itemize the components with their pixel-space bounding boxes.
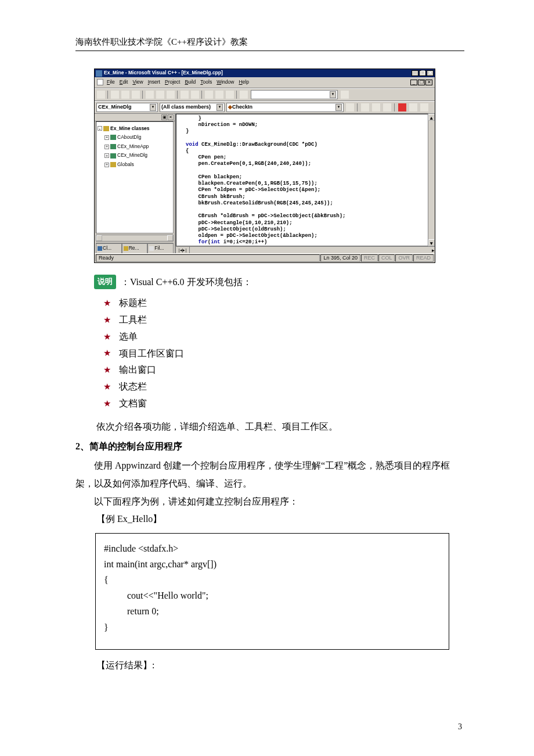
class-icon	[110, 153, 116, 159]
class-icon	[110, 135, 116, 140]
editor-pane: } nDirection = nDOWN; } void CEx_MineDlg…	[176, 114, 435, 253]
status-bar: Ready Ln 395, Col 20 RECCOLOVRREAD	[95, 253, 435, 262]
menu-file[interactable]: File	[104, 78, 117, 85]
list-item: ★工具栏	[103, 312, 464, 329]
execute-icon[interactable]	[420, 103, 429, 112]
code-line: return 0;	[104, 603, 441, 619]
save-icon[interactable]	[121, 90, 130, 99]
function-combo[interactable]: ◆ CheckIn▼	[226, 103, 344, 112]
menu-edit[interactable]: Edit	[117, 78, 131, 85]
class-tree[interactable]: -Ex_Mine classes +CAboutDlg+CEx_MineApp+…	[96, 121, 174, 233]
ws-close-icon[interactable]: ✕	[168, 114, 174, 120]
star-bullet-icon: ★	[103, 329, 111, 345]
paragraph-1: 使用 Appwinzard 创建一个控制台应用程序，使学生理解“工程”概念，熟悉…	[75, 456, 464, 492]
workspace-tab[interactable]: Cl...	[96, 243, 122, 253]
tree-node[interactable]: +CAboutDlg	[98, 133, 172, 142]
code-example: #include <stdafx.h> int main(int argc,ch…	[95, 533, 449, 650]
menu-bar: FileEditViewInsertProjectBuildToolsWindo…	[95, 77, 435, 88]
tree-node[interactable]: +CEx_MineApp	[98, 142, 172, 152]
find-icon[interactable]	[340, 90, 349, 99]
example-label: 【例 Ex_Hello】	[96, 510, 464, 528]
window-title: Ex_Mine - Microsoft Visual C++ - [Ex_Min…	[104, 69, 223, 77]
close-button[interactable]: ✕	[427, 70, 434, 76]
editor-vertical-scrollbar[interactable]: ▲▼	[428, 114, 435, 246]
copy-icon[interactable]	[156, 90, 165, 99]
open-icon[interactable]	[110, 90, 120, 99]
list-item: ★选单	[103, 329, 464, 345]
folder-icon	[110, 162, 116, 167]
save-all-icon[interactable]	[131, 90, 140, 99]
star-bullet-icon: ★	[103, 312, 111, 328]
wiz2-icon[interactable]	[371, 103, 381, 112]
star-bullet-icon: ★	[103, 296, 111, 311]
status-ready: Ready	[96, 254, 320, 262]
mdi-maximize-button[interactable]: ❐	[418, 80, 425, 85]
tab-icon	[149, 246, 154, 251]
list-item: ★输出窗口	[103, 362, 464, 379]
menu-project[interactable]: Project	[163, 78, 182, 85]
ide-title-bar: Ex_Mine - Microsoft Visual C++ - [Ex_Min…	[95, 69, 435, 77]
wiz1-icon[interactable]	[360, 103, 370, 112]
tree-node[interactable]: +Globals	[98, 160, 172, 170]
page-number: 3	[75, 721, 462, 733]
workspace-icon[interactable]	[204, 90, 214, 99]
cut-icon[interactable]	[145, 90, 154, 99]
status-position: Ln 395, Col 20	[320, 254, 360, 262]
list-item: ★文档窗	[103, 395, 464, 412]
note-badge: 说明	[94, 275, 116, 289]
ws-dock-icon[interactable]: ▣	[161, 114, 167, 120]
build-icon[interactable]	[398, 103, 407, 112]
star-bullet-icon: ★	[103, 379, 111, 395]
star-bullet-icon: ★	[103, 345, 111, 361]
status-indicator: OVR	[395, 254, 413, 262]
new-icon[interactable]	[96, 90, 106, 99]
class-icon	[110, 144, 116, 149]
menu-window[interactable]: Window	[214, 78, 236, 85]
maximize-button[interactable]: ❐	[419, 70, 426, 76]
code-editor[interactable]: } nDirection = nDOWN; } void CEx_MineDlg…	[176, 114, 435, 246]
stop-icon[interactable]	[409, 103, 418, 112]
paragraph-2: 以下面程序为例，讲述如何建立控制台应用程序：	[75, 492, 464, 510]
star-bullet-icon: ★	[103, 396, 111, 412]
redo-icon[interactable]	[190, 90, 200, 99]
workspace-tab[interactable]: Fil...	[147, 243, 174, 253]
members-combo[interactable]: (All class members)▼	[160, 103, 225, 112]
editor-horizontal-scrollbar[interactable]: |◂|▸|▸	[176, 246, 435, 253]
list-item: ★状态栏	[103, 379, 464, 395]
list-item: ★项目工作区窗口	[103, 345, 464, 362]
tab-icon	[124, 246, 128, 251]
tree-node[interactable]: +CEx_MineDlg	[98, 151, 172, 160]
mdi-minimize-button[interactable]: _	[410, 80, 417, 85]
menu-tools[interactable]: Tools	[198, 78, 214, 85]
workspace-tab[interactable]: Re...	[122, 243, 148, 253]
code-line: {	[104, 572, 441, 588]
wizard-bar: CEx_MineDlg▼ (All class members)▼ ◆ Chec…	[95, 101, 435, 114]
menu-help[interactable]: Help	[236, 78, 251, 85]
feature-list: ★标题栏★工具栏★选单★项目工作区窗口★输出窗口★状态栏★文档窗	[103, 295, 464, 412]
app-icon	[96, 70, 102, 77]
minimize-button[interactable]: _	[412, 70, 418, 76]
paste-icon[interactable]	[166, 90, 175, 99]
doc-icon	[97, 79, 103, 85]
code-line: int main(int argc,char* argv[])	[104, 556, 441, 572]
code-line: cout<<"Hello world";	[104, 588, 441, 603]
undo-icon[interactable]	[180, 90, 189, 99]
wiz3-icon[interactable]	[383, 103, 392, 112]
result-label: 【运行结果】:	[96, 657, 464, 674]
note-text: ：Visual C++6.0 开发环境包括：	[121, 275, 252, 290]
menu-view[interactable]: View	[130, 78, 145, 85]
find-in-files-icon[interactable]	[239, 90, 248, 99]
intro-line: 依次介绍各项功能，详细介绍选单、工具栏、项目工作区。	[96, 418, 464, 435]
menu-insert[interactable]: Insert	[146, 78, 163, 85]
menu-build[interactable]: Build	[182, 78, 198, 85]
class-combo[interactable]: CEx_MineDlg▼	[96, 103, 158, 112]
workspace-icon	[103, 126, 109, 131]
standard-toolbar: ▼	[95, 88, 435, 101]
find-combo[interactable]: ▼	[251, 90, 338, 99]
mdi-close-button[interactable]: ✕	[425, 80, 432, 85]
output-icon[interactable]	[215, 90, 224, 99]
goto-icon[interactable]	[345, 103, 355, 112]
ws-horizontal-scrollbar[interactable]	[96, 235, 174, 242]
windows-icon[interactable]	[225, 90, 234, 99]
window-buttons: _ ❐ ✕	[412, 70, 434, 76]
